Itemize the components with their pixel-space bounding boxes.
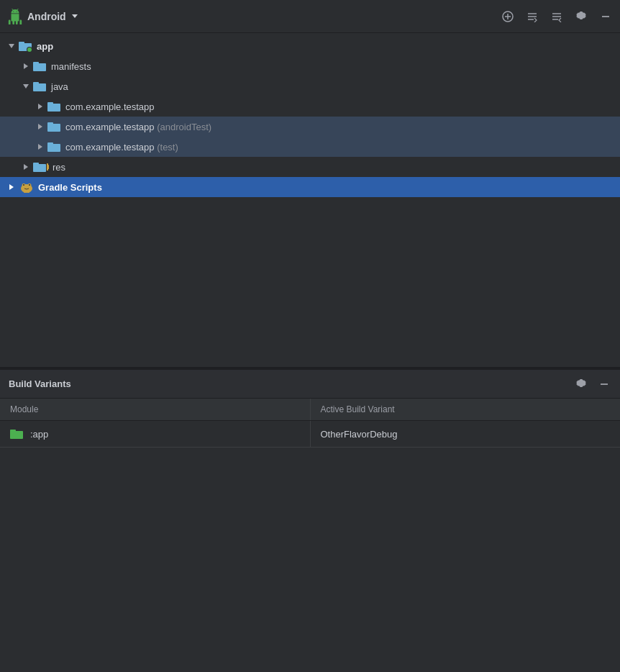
svg-rect-21 — [47, 122, 53, 125]
tree-item-pkg1[interactable]: com.example.testapp — [0, 96, 620, 117]
svg-point-32 — [29, 184, 30, 186]
res-label: res — [53, 162, 65, 173]
table-row[interactable]: :app OtherFlavorDebug — [0, 421, 620, 448]
gradle-label: Gradle Scripts — [38, 182, 102, 193]
svg-rect-15 — [33, 62, 39, 65]
expand-all-icon[interactable] — [550, 9, 564, 24]
pkg3-label: com.example.testapp (test) — [65, 142, 178, 153]
android-icon — [7, 9, 23, 24]
expand-arrow-pkg1[interactable] — [35, 101, 46, 112]
expand-arrow-pkg2[interactable] — [35, 121, 46, 132]
panel-title: Android — [27, 11, 66, 22]
panel-toolbar: Android — [0, 0, 620, 33]
add-icon[interactable] — [501, 9, 515, 24]
table-header-row: Module Active Build Variant — [0, 399, 620, 421]
module-name: :app — [30, 429, 48, 440]
tree-item-gradle[interactable]: Gradle Scripts — [0, 177, 620, 197]
toolbar-right — [501, 9, 613, 24]
svg-rect-37 — [10, 430, 16, 432]
svg-rect-19 — [47, 102, 53, 105]
module-cell: :app — [0, 421, 310, 448]
project-tree: app manifests java — [0, 33, 620, 367]
module-column-header: Module — [0, 399, 310, 421]
svg-point-31 — [23, 184, 24, 186]
gradle-scripts-icon — [19, 181, 35, 194]
tree-item-app[interactable]: app — [0, 36, 620, 56]
settings-icon[interactable] — [574, 9, 588, 24]
tree-item-pkg3[interactable]: com.example.testapp (test) — [0, 137, 620, 157]
expand-arrow-pkg3[interactable] — [35, 141, 46, 153]
app-folder-icon — [19, 40, 33, 52]
expand-arrow-res[interactable] — [20, 161, 32, 173]
tree-item-res[interactable]: res — [0, 157, 620, 177]
svg-point-13 — [27, 47, 32, 52]
bv-settings-icon[interactable] — [574, 377, 588, 391]
svg-rect-23 — [47, 142, 53, 145]
manifests-folder-icon — [33, 60, 47, 72]
java-folder-icon — [33, 81, 47, 92]
expand-arrow-java[interactable] — [20, 81, 32, 92]
module-folder-icon — [10, 428, 24, 440]
build-variants-panel: Build Variants Module Active Build Varia… — [0, 370, 620, 448]
pkg1-folder-icon — [47, 101, 62, 112]
build-variants-header: Build Variants — [0, 370, 620, 399]
java-label: java — [51, 81, 68, 92]
bv-minimize-icon[interactable] — [597, 377, 611, 391]
svg-rect-26 — [47, 163, 48, 171]
svg-rect-17 — [33, 82, 39, 85]
toolbar-left: Android — [7, 9, 78, 24]
pkg3-folder-icon — [47, 141, 62, 153]
bv-toolbar-right — [574, 377, 611, 391]
svg-rect-25 — [33, 163, 39, 165]
app-label: app — [37, 41, 53, 52]
svg-rect-11 — [19, 42, 24, 45]
build-variants-table: Module Active Build Variant :app OtherFl… — [0, 399, 620, 448]
expand-arrow-app[interactable] — [6, 40, 17, 52]
build-variants-title: Build Variants — [9, 378, 71, 389]
variant-value: OtherFlavorDebug — [321, 429, 398, 440]
tree-item-manifests[interactable]: manifests — [0, 56, 620, 76]
expand-arrow-manifests[interactable] — [20, 60, 32, 72]
chevron-down-icon[interactable] — [72, 14, 78, 18]
expand-arrow-gradle[interactable] — [6, 181, 17, 193]
svg-rect-34 — [27, 191, 29, 193]
pkg1-label: com.example.testapp — [65, 101, 155, 112]
res-folder-icon — [33, 161, 49, 173]
project-panel: Android — [0, 0, 620, 367]
variant-column-header: Active Build Variant — [310, 399, 620, 421]
svg-rect-33 — [24, 191, 26, 193]
collapse-all-icon[interactable] — [525, 9, 539, 24]
tree-item-pkg2[interactable]: com.example.testapp (androidTest) — [0, 117, 620, 137]
manifests-label: manifests — [51, 61, 91, 72]
variant-cell[interactable]: OtherFlavorDebug — [310, 421, 620, 448]
tree-item-java[interactable]: java — [0, 76, 620, 96]
svg-rect-27 — [48, 165, 49, 169]
minimize-icon[interactable] — [598, 9, 613, 24]
pkg2-label: com.example.testapp (androidTest) — [65, 122, 211, 132]
pkg2-folder-icon — [47, 121, 62, 132]
